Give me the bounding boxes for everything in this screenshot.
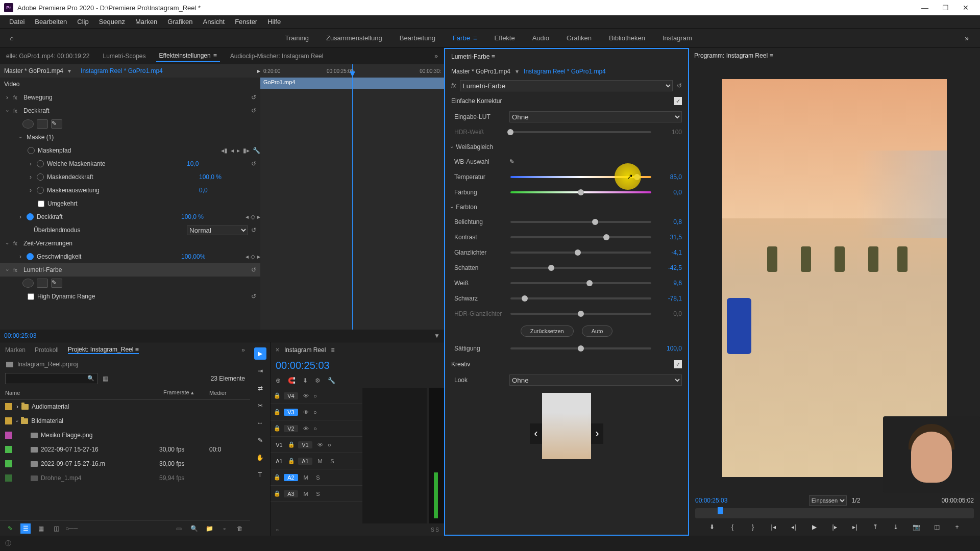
close-button[interactable]: ✕ [955, 0, 976, 15]
header-name[interactable]: Name [5, 390, 163, 396]
track-select-tool-icon[interactable]: ⇥ [254, 365, 266, 377]
section-weissabgleich[interactable]: ›Weißabgleich [451, 140, 682, 154]
section-einfache-korrektur[interactable]: Einfache Korrektur ✓ [451, 93, 682, 109]
resolution-label[interactable]: 1/2 [852, 497, 861, 504]
find-icon[interactable]: 🔍 [189, 523, 199, 534]
selection-tool-icon[interactable]: ▶ [254, 347, 266, 360]
auto-bins-icon[interactable]: ▭ [174, 523, 184, 534]
section-farbton[interactable]: ›Farbton [451, 200, 682, 214]
tab-lumetri-farbe[interactable]: Lumetri-Farbe ≡ [451, 53, 495, 60]
slip-tool-icon[interactable]: ↔ [254, 417, 266, 429]
mask-ellipse-button[interactable] [22, 119, 34, 129]
track-v2[interactable]: 🔒V2👁○ [271, 420, 362, 437]
look-next-icon[interactable]: › [591, 423, 603, 444]
ec-bewegung[interactable]: ›fxBewegung↺ [0, 91, 260, 104]
lumetri-sequence-link[interactable]: Instagram Reel * GoPro1.mp4 [524, 68, 606, 75]
saturation-slider[interactable] [510, 347, 651, 349]
stopwatch-icon[interactable] [37, 160, 44, 167]
program-timecode[interactable]: 00:00:25:03 [695, 497, 727, 504]
mute-icon[interactable]: M [301, 491, 310, 497]
workspace-zusammenstellung[interactable]: Zusammenstellung [326, 34, 382, 42]
ec-umgekehrt[interactable]: Umgekehrt [0, 197, 260, 210]
mask-pen-button[interactable]: ✎ [51, 119, 62, 129]
blacks-slider[interactable] [510, 297, 651, 299]
timeline-timecode[interactable]: 00:00:25:03 [271, 358, 444, 373]
menu-ansicht[interactable]: Ansicht [198, 18, 230, 26]
project-search-input[interactable] [5, 373, 97, 384]
bin-row[interactable]: Drohne_1.mp459,94 fps [0, 471, 250, 485]
whites-slider[interactable] [510, 282, 651, 284]
fit-select[interactable]: Einpassen [809, 495, 847, 506]
ec-current-time[interactable]: 00:00:25:03 ▼ [0, 330, 444, 342]
track-v3[interactable]: 🔒V3👁○ [271, 404, 362, 420]
tab-programm[interactable]: Programm: Instagram Reel ≡ [694, 52, 773, 59]
tab-marken[interactable]: Marken [5, 346, 26, 354]
ec-deckkraft[interactable]: ›fxDeckkraft↺ [0, 104, 260, 117]
linked-sel-icon[interactable]: 🧲 [288, 377, 296, 384]
track-v4[interactable]: 🔒V4👁○ [271, 388, 362, 404]
trash-icon[interactable]: 🗑 [235, 523, 245, 534]
eyedropper-icon[interactable]: ✎ [509, 158, 514, 165]
section-checkbox[interactable]: ✓ [674, 360, 682, 368]
ec-zeit-verzerrungen[interactable]: ›fxZeit-Verzerrungen [0, 237, 260, 250]
workspace-overflow-icon[interactable]: » [960, 34, 974, 42]
eye-icon[interactable]: 👁 [301, 425, 310, 432]
ec-weiche-maskenkante[interactable]: ›Weiche Maskenkante10,0↺ [0, 157, 260, 170]
pen-tool-icon[interactable]: ✎ [254, 434, 266, 446]
auto-button[interactable]: Auto [582, 325, 613, 337]
workspace-bibliotheken[interactable]: Bibliotheken [609, 34, 645, 42]
lock-icon[interactable]: 🔒 [288, 458, 295, 464]
track-output-icon[interactable]: ○ [313, 409, 317, 415]
mark-in-icon[interactable]: { [727, 521, 738, 533]
minimize-button[interactable]: — [915, 0, 935, 15]
lock-icon[interactable]: 🔒 [274, 392, 281, 399]
track-output-icon[interactable]: ○ [313, 393, 317, 399]
mask-next-icon[interactable]: ▮▸ [243, 147, 250, 154]
menu-clip[interactable]: Clip [72, 18, 93, 26]
kf-add-icon[interactable]: ◇ [251, 213, 255, 220]
track-a1[interactable]: A1🔒A1MS [271, 453, 362, 469]
step-fwd-icon[interactable]: |▸ [829, 521, 840, 533]
solo-icon[interactable]: S [328, 458, 337, 464]
go-to-in-icon[interactable]: |◂ [768, 521, 779, 533]
type-tool-icon[interactable]: T [254, 469, 266, 481]
header-media[interactable]: Medier [209, 390, 245, 396]
sequence-name[interactable]: Instagram Reel [284, 346, 326, 354]
mask-ellipse-button[interactable] [22, 279, 34, 288]
freeform-view-icon[interactable]: ◫ [51, 523, 61, 534]
playhead-icon[interactable] [718, 507, 723, 514]
workspace-farbe[interactable]: Farbe≡ [453, 34, 477, 42]
tab-source-clip[interactable]: elle: GoPro1.mp4: 00:00:19:22 [3, 51, 92, 62]
workspace-effekte[interactable]: Effekte [494, 34, 514, 42]
compare-icon[interactable]: ◫ [931, 521, 942, 533]
stopwatch-icon[interactable] [27, 253, 34, 260]
track-output-icon[interactable]: ○ [328, 442, 331, 448]
ec-maskenpfad[interactable]: Maskenpfad◂▮◂▸▮▸🔧 [0, 144, 260, 157]
maximize-button[interactable]: ☐ [935, 0, 955, 15]
tab-effekteinstellungen[interactable]: Effekteinstellungen≡ [156, 50, 220, 62]
menu-datei[interactable]: Datei [4, 18, 30, 26]
bin-row[interactable]: ›Audiomaterial [0, 399, 250, 414]
mask-pen-button[interactable]: ✎ [51, 279, 62, 288]
close-sequence-icon[interactable]: × [276, 346, 279, 354]
menu-bearbeiten[interactable]: Bearbeiten [30, 18, 72, 26]
icon-view-icon[interactable]: ▦ [36, 523, 46, 534]
snap-icon[interactable]: ⊕ [276, 377, 281, 384]
stopwatch-icon[interactable] [28, 147, 35, 154]
track-a3[interactable]: 🔒A3MS [271, 486, 362, 502]
reset-icon[interactable]: ↺ [251, 107, 260, 114]
bin-row[interactable]: 2022-09-07 15-27-1630,00 fps00:0 [0, 442, 250, 457]
kf-prev-icon[interactable]: ◂ [246, 213, 249, 220]
new-item-icon[interactable]: ▫ [219, 523, 230, 534]
menu-sequenz[interactable]: Sequenz [94, 18, 130, 26]
mark-out-icon[interactable]: } [747, 521, 758, 533]
section-checkbox[interactable]: ✓ [674, 97, 682, 105]
export-frame-icon[interactable]: 📷 [911, 521, 922, 533]
tab-audioclip-mischer[interactable]: Audioclip-Mischer: Instagram Reel [227, 51, 327, 62]
reset-icon[interactable]: ↺ [251, 227, 260, 234]
program-scrub-bar[interactable] [695, 508, 974, 518]
bin-row[interactable]: ›Bildmaterial [0, 414, 250, 428]
track-output-icon[interactable]: ○ [313, 425, 317, 432]
workspace-audio[interactable]: Audio [532, 34, 549, 42]
workspace-menu-icon[interactable]: ≡ [473, 34, 477, 42]
